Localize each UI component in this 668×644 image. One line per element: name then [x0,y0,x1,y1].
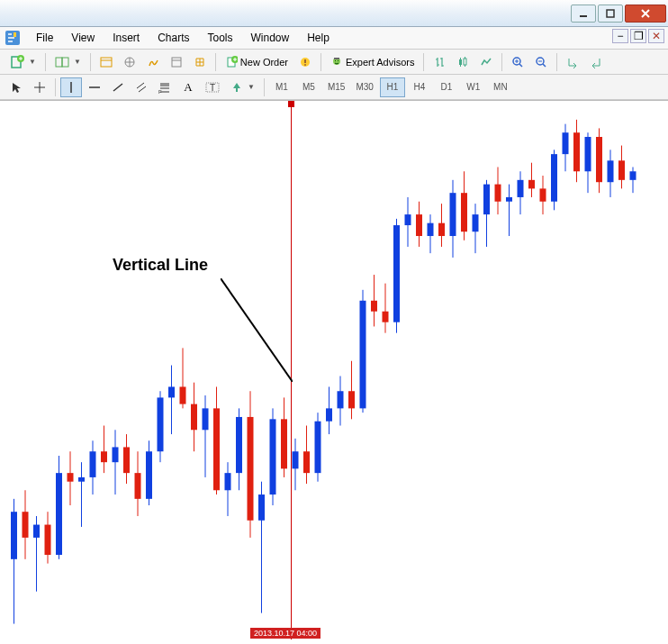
equidistant-channel-button[interactable] [131,77,152,97]
svg-rect-40 [90,451,96,477]
svg-rect-100 [428,223,434,236]
svg-rect-28 [23,512,29,538]
svg-rect-66 [236,417,242,473]
svg-rect-36 [68,473,74,482]
mdi-minimize-button[interactable]: − [612,29,628,43]
svg-rect-114 [506,197,512,202]
market-watch-button[interactable] [95,52,117,72]
svg-rect-34 [56,473,62,555]
menu-charts[interactable]: Charts [149,30,198,46]
new-order-button[interactable]: New Order [221,52,293,72]
svg-rect-82 [326,408,332,421]
svg-rect-90 [371,301,377,312]
mdi-controls: − ❐ ✕ [612,29,664,43]
menu-window[interactable]: Window [242,30,299,46]
window-title-bar [0,0,668,27]
fibonacci-button[interactable]: F [154,77,176,97]
menu-view[interactable]: View [62,30,104,46]
timeframe-m15-button[interactable]: M15 [323,77,349,97]
timeframe-mn-button[interactable]: MN [488,77,513,97]
zoom-in-button[interactable] [507,52,528,72]
svg-rect-74 [281,419,287,468]
expert-advisors-button[interactable]: Expert Advisors [326,52,419,72]
timeframe-m1-button[interactable]: M1 [269,77,294,97]
timeframe-h4-button[interactable]: H4 [407,77,432,97]
svg-rect-70 [258,494,265,521]
svg-rect-86 [348,391,355,408]
timeframe-w1-button[interactable]: W1 [461,77,486,97]
svg-rect-46 [123,447,130,473]
svg-rect-116 [518,180,524,197]
svg-rect-72 [270,419,276,494]
arrows-button[interactable]: ▼ [226,77,259,97]
metaquotes-button[interactable] [294,52,316,72]
svg-rect-7 [62,58,68,67]
svg-rect-19 [464,59,466,65]
svg-rect-0 [580,15,587,17]
timeframe-m30-button[interactable]: M30 [351,77,377,97]
timeframe-h1-button[interactable]: H1 [380,77,405,97]
trendline-button[interactable] [107,77,129,97]
menu-bar: File View Insert Charts Tools Window Hel… [0,27,668,50]
menu-insert[interactable]: Insert [104,30,149,46]
svg-rect-38 [78,477,85,482]
svg-rect-64 [225,473,231,490]
svg-rect-118 [528,180,535,189]
vertical-line-button[interactable] [60,77,82,97]
svg-rect-130 [596,137,602,182]
vertical-line-handle[interactable] [288,101,294,107]
svg-rect-88 [360,301,366,409]
text-label-button[interactable]: T [201,77,224,97]
svg-rect-104 [450,193,456,236]
svg-rect-30 [33,525,40,538]
menu-file[interactable]: File [27,30,62,46]
new-order-label: New Order [240,57,288,68]
candle-chart-button[interactable] [452,52,474,72]
data-window-button[interactable] [142,52,164,72]
svg-rect-76 [293,451,299,468]
menu-tools[interactable]: Tools [199,30,242,46]
cursor-button[interactable] [5,77,27,97]
svg-rect-68 [248,417,254,521]
timeframe-m5-button[interactable]: M5 [296,77,321,97]
bar-chart-button[interactable] [429,52,450,72]
timeframe-d1-button[interactable]: D1 [434,77,459,97]
strategy-tester-button[interactable] [189,52,211,72]
svg-rect-136 [630,171,636,180]
svg-rect-50 [146,451,152,499]
window-maximize-button[interactable] [598,5,623,23]
mdi-close-button[interactable]: ✕ [648,29,664,43]
svg-rect-52 [158,397,164,451]
line-chart-button[interactable] [475,52,497,72]
terminal-button[interactable] [166,52,187,72]
svg-rect-126 [573,132,580,171]
window-close-button[interactable] [625,5,666,23]
svg-rect-3 [14,32,16,37]
svg-rect-134 [618,160,625,180]
auto-scroll-button[interactable] [562,52,583,72]
navigator-button[interactable] [119,52,140,72]
horizontal-line-button[interactable] [84,77,105,97]
zoom-out-button[interactable] [530,52,552,72]
candlestick-chart [0,101,668,644]
chart-area[interactable]: Vertical Line 2013.10.17 04:00 [0,100,668,644]
svg-rect-80 [315,422,321,473]
svg-rect-92 [383,312,389,322]
chart-shift-button[interactable] [585,52,607,72]
crosshair-button[interactable] [29,77,50,97]
window-minimize-button[interactable] [571,5,596,23]
svg-rect-94 [393,225,400,322]
svg-point-15 [304,64,306,66]
profile-button[interactable]: ▼ [50,52,86,72]
new-chart-button[interactable]: ▼ [5,52,41,72]
mdi-restore-button[interactable]: ❐ [630,29,646,43]
vertical-line-object[interactable] [291,101,292,639]
svg-rect-14 [304,59,306,63]
svg-rect-48 [135,473,141,499]
toolbar-main: ▼ ▼ New Order Expert Advisors [0,50,668,75]
svg-rect-44 [113,447,119,462]
svg-rect-128 [585,137,591,171]
svg-rect-98 [416,214,422,236]
menu-help[interactable]: Help [298,30,339,46]
text-button[interactable]: A [177,77,199,97]
